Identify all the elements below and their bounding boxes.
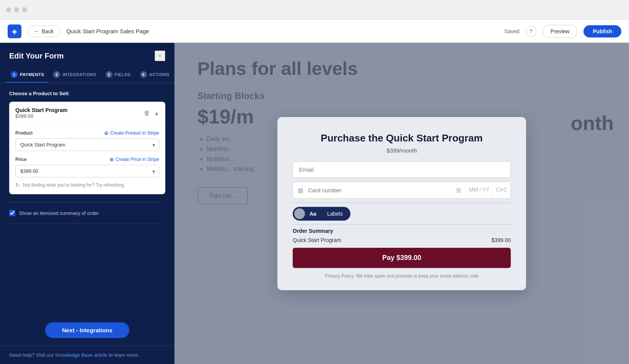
card-number-field[interactable] [308,182,451,198]
order-summary-row: Quick Start Program $399.00 [293,237,511,243]
page-title: Quick Start Program Sales Page [66,28,149,34]
product-field-label-row: Product ⊕ Create Product in Stripe [15,130,159,136]
traffic-light-green [22,7,27,12]
divider-1 [9,202,165,202]
modal-divider-2 [293,224,511,225]
sidebar-footer: Need help? Visit our Knowledge Base arti… [0,346,174,364]
product-select-wrapper: Quick Start Program [15,138,159,151]
product-name: Quick Start Program [15,107,67,113]
help-icon: ? [530,28,533,34]
tab-num-2: 2 [53,71,60,78]
chevron-up-icon[interactable]: ▲ [154,110,159,116]
knowledge-base-link[interactable]: Knowledge Base article [55,352,108,358]
close-icon: × [158,52,162,60]
tab-label-actions: ACTIONS [149,72,169,77]
toggle-circle [294,208,305,219]
checkbox-row: Show an itemized summary of order [9,210,165,216]
modal-divider-1 [293,203,511,203]
card-row: ▦ ⊞ MM / YY CVC [293,182,511,199]
card-cvc-field: CVC [492,182,510,198]
privacy-text: Privacy Policy: We hate spam and promise… [293,273,511,279]
tab-integrations[interactable]: 2 INTEGRATIONS [49,67,101,83]
back-label: Back [42,28,54,34]
refresh-icon[interactable]: ↻ [15,182,20,188]
product-price-header: $399.00 [15,113,67,119]
back-button[interactable]: ← Back [28,26,60,37]
tab-num-4: 4 [140,71,147,78]
refresh-row: ↻ Not finding what you're looking for? T… [15,182,159,188]
product-card-actions: 🗑 ▲ [144,110,159,117]
tab-payments[interactable]: 1 PAYMENTS [6,67,49,83]
email-field[interactable] [293,161,511,178]
create-price-link[interactable]: ⊕ Create Price in Stripe [109,156,159,162]
itemized-summary-checkbox[interactable] [9,210,15,216]
product-card-header[interactable]: Quick Start Program $399.00 🗑 ▲ [9,102,165,124]
modal-price: $399/month [293,147,511,154]
content-area: Plans for all levels Starting Blocks $19… [174,43,629,364]
help-button[interactable]: ? [526,26,536,37]
card-brand-icon: ▦ [293,182,308,198]
publish-label: Publish [593,28,612,34]
order-item-price: $399.00 [491,237,511,243]
pay-label: Pay $399.00 [382,254,421,262]
footer-text: Need help? Visit our [9,352,55,358]
tab-actions[interactable]: 4 ACTIONS [135,67,174,83]
toolbar-right: Saved ? Preview Publish [504,25,621,38]
toggle-pill[interactable]: Aa Labels [293,207,350,221]
sidebar-title: Edit Your Form [9,52,64,60]
product-card-body: Product ⊕ Create Product in Stripe Quick… [9,124,165,194]
traffic-light-red [6,7,11,12]
price-field-label-row: Price ⊕ Create Price in Stripe [15,156,159,162]
main-area: Edit Your Form × 1 PAYMENTS 2 INTEGRATIO… [0,43,629,364]
tab-fields[interactable]: 3 FIELDS [101,67,135,83]
product-label: Product [15,130,33,136]
preview-label: Preview [551,28,570,34]
delete-product-icon[interactable]: 🗑 [144,110,150,117]
publish-button[interactable]: Publish [583,25,621,37]
divider-2 [9,224,165,224]
tab-label-integrations: INTEGRATIONS [62,72,96,77]
toggle-labels-text: Labels [321,208,349,219]
saved-text: Saved [504,28,520,34]
create-product-link-text: Create Product in Stripe [110,130,159,136]
price-select-wrapper: $399.00 [15,165,159,177]
tabs: 1 PAYMENTS 2 INTEGRATIONS 3 FIELDS 4 ACT… [0,67,174,83]
calendar-icon: ⊞ [451,182,466,198]
sidebar-content: Choose a Product to Sell: Quick Start Pr… [0,83,174,315]
price-select[interactable]: $399.00 [15,165,159,177]
toggle-aa-text: Aa [307,211,319,217]
title-bar [0,0,629,20]
modal-overlay: Purchase the Quick Start Program $399/mo… [174,43,629,364]
plus-icon-2: ⊕ [109,156,114,162]
product-field-row: Product ⊕ Create Product in Stripe Quick… [15,130,159,151]
traffic-lights [6,7,27,12]
modal: Purchase the Quick Start Program $399/mo… [277,117,526,290]
next-button[interactable]: Next - Integrations [45,322,129,338]
product-header-info: Quick Start Program $399.00 [15,107,67,119]
toolbar: ◈ ← Back Quick Start Program Sales Page … [0,20,629,43]
sidebar: Edit Your Form × 1 PAYMENTS 2 INTEGRATIO… [0,43,174,364]
create-price-link-text: Create Price in Stripe [116,157,159,162]
next-btn-wrapper: Next - Integrations [0,315,174,346]
back-arrow-icon: ← [34,28,39,34]
card-expiry-field: MM / YY [466,182,492,198]
pay-button[interactable]: Pay $399.00 [293,248,511,268]
knowledge-base-link-text: Knowledge Base article [55,352,107,358]
product-select[interactable]: Quick Start Program [15,138,159,151]
create-product-link[interactable]: ⊕ Create Product in Stripe [104,130,159,136]
tab-label-payments: PAYMENTS [20,72,44,77]
product-card: Quick Start Program $399.00 🗑 ▲ Product … [9,102,165,194]
close-button[interactable]: × [155,50,165,61]
footer-text-end: to learn more. [109,352,139,358]
sidebar-header: Edit Your Form × [0,43,174,67]
order-summary-title: Order Summary [293,228,511,234]
price-field-row: Price ⊕ Create Price in Stripe $399.00 [15,156,159,177]
plus-icon: ⊕ [104,130,109,136]
toggle-row: Aa Labels [293,207,511,221]
itemized-summary-label: Show an itemized summary of order [19,210,99,216]
next-label: Next - Integrations [62,327,112,333]
preview-button[interactable]: Preview [543,25,578,38]
logo: ◈ [8,24,21,38]
price-label: Price [15,157,26,162]
modal-title: Purchase the Quick Start Program [293,132,511,144]
